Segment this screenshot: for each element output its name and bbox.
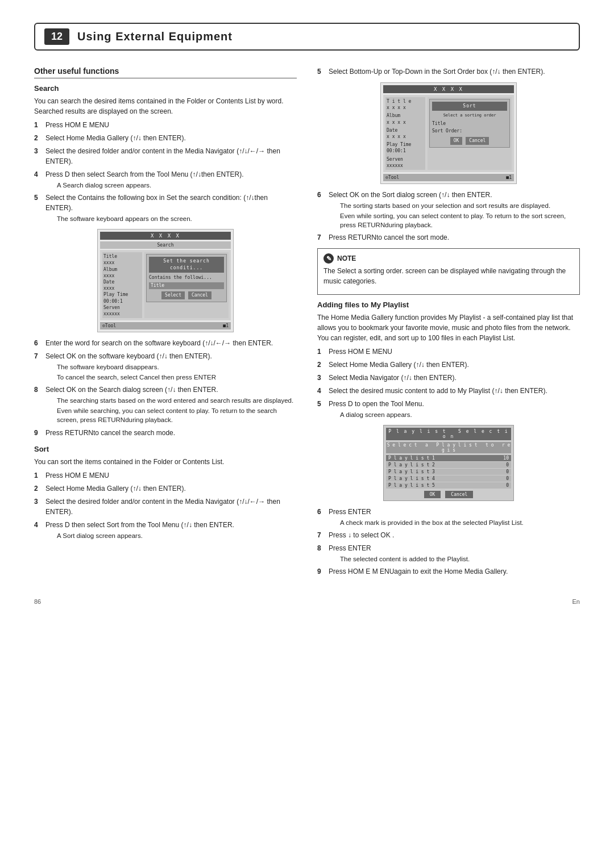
sort-more-steps: 6 Select OK on the Sort dialog screen (↑… [317, 190, 580, 243]
playlist-item-1: P l a y l i s t 1 10 [386, 455, 511, 461]
search-intro: You can search the desired items contain… [34, 96, 297, 116]
pl-step-7: 7 Press ↓ to select OK . [317, 530, 580, 540]
pl-step-1: 1 Press HOM E MENU [317, 347, 580, 357]
search-steps-cont: 6 Enter the word for search on the softw… [34, 338, 297, 437]
sort-cont-steps: 5 Select Bottom-Up or Top-Down in the So… [317, 66, 580, 77]
pl-step-6: 6 Press ENTER A check mark is provided i… [317, 507, 580, 527]
playlist-ok-btn[interactable]: OK [424, 491, 441, 498]
sort-step-1: 1 Press HOM E MENU [34, 470, 297, 481]
pl-step-2: 2 Select Home Media Gallery (↑/↓ then EN… [317, 360, 580, 370]
sort-step-4: 4 Press D then select Sort from the Tool… [34, 520, 297, 540]
step-3: 3 Select the desired folder and/or conte… [34, 146, 297, 166]
playlist-screen-mockup: P l a y l i s t S e l e c t i o n S e l … [383, 425, 514, 501]
sort-screen-mockup: X X X X T i t l e x x x x Album x x x x … [380, 82, 517, 184]
chapter-title: Using External Equipment [77, 30, 233, 43]
step-5: 5 Select the Contains the following box … [34, 193, 297, 223]
sort-step-2: 2 Select Home Media Gallery (↑/↓ then EN… [34, 483, 297, 494]
note-box: ✎ NOTE The Select a sorting order. scree… [317, 248, 580, 295]
sort-step-7: 7 Press RETURNto cancel the sort mode. [317, 232, 580, 243]
playlist-item-5: P l a y l i s t 5 0 [386, 482, 511, 489]
playlist-screen-title: P l a y l i s t S e l e c t i o n [386, 428, 511, 440]
search-steps: 1 Press HOM E MENU 2 Select Home Media G… [34, 120, 297, 223]
playlist-subtitle: Adding files to My Playlist [317, 301, 580, 309]
sort-cont-step-5: 5 Select Bottom-Up or Top-Down in the So… [317, 66, 580, 77]
step-6: 6 Enter the word for search on the softw… [34, 338, 297, 348]
playlist-item-4: P l a y l i s t 4 0 [386, 475, 511, 482]
note-title-text: NOTE [337, 253, 356, 264]
playlist-item-2: P l a y l i s t 2 0 [386, 462, 511, 468]
section-title: Other useful functions [34, 66, 297, 78]
step-9: 9 Press RETURNto cancel the search mode. [34, 428, 297, 438]
pl-step-5: 5 Press D to open the Tool Menu. A dialo… [317, 399, 580, 419]
pl-step-3: 3 Select Media Navigator (↑/↓ then ENTER… [317, 373, 580, 383]
sort-step-3: 3 Select the desired folder and/or conte… [34, 496, 297, 517]
sort-subtitle: Sort [34, 445, 297, 453]
step-2: 2 Select Home Media Gallery (↑/↓ then EN… [34, 133, 297, 143]
page-lang: En [572, 598, 580, 605]
page-number: 86 [34, 598, 41, 605]
search-screen-mockup: X X X X Search Title xxxx Album xxxx Dat… [97, 229, 234, 332]
step-7: 7 Select OK on the software keyboard (↑/… [34, 351, 297, 382]
right-column: 5 Select Bottom-Up or Top-Down in the So… [317, 66, 580, 581]
pl-step-9: 9 Press HOM E M ENUagain to exit the Hom… [317, 566, 580, 577]
playlist-steps: 1 Press HOM E MENU 2 Select Home Media G… [317, 347, 580, 419]
pl-step-4: 4 Select the desired music content to ad… [317, 386, 580, 396]
note-text: The Select a sorting order. screen can b… [323, 266, 574, 286]
step-1: 1 Press HOM E MENU [34, 120, 297, 130]
sort-section: Sort You can sort the items contained in… [34, 445, 297, 540]
playlist-intro: The Home Media Gallery function provides… [317, 312, 580, 343]
pl-step-8: 8 Press ENTER The selected content is ad… [317, 543, 580, 564]
sort-intro: You can sort the items contained in the … [34, 457, 297, 467]
playlist-cancel-btn[interactable]: Cancel [445, 491, 473, 498]
playlist-section: Adding files to My Playlist The Home Med… [317, 301, 580, 577]
chapter-header: 12 Using External Equipment [34, 23, 580, 51]
search-subtitle: Search [34, 84, 297, 93]
note-icon: ✎ [323, 253, 334, 264]
step-4: 4 Press D then select Search from the To… [34, 169, 297, 190]
playlist-item-3: P l a y l i s t 3 0 [386, 469, 511, 475]
sort-steps: 1 Press HOM E MENU 2 Select Home Media G… [34, 470, 297, 540]
sort-step-6: 6 Select OK on the Sort dialog screen (↑… [317, 190, 580, 229]
chapter-num: 12 [44, 28, 69, 45]
page-footer: 86 En [34, 598, 580, 605]
step-8: 8 Select OK on the Search dialog screen … [34, 385, 297, 424]
search-section: Search You can search the desired items … [34, 84, 297, 438]
left-column: Other useful functions Search You can se… [34, 66, 297, 581]
playlist-steps-cont: 6 Press ENTER A check mark is provided i… [317, 507, 580, 577]
